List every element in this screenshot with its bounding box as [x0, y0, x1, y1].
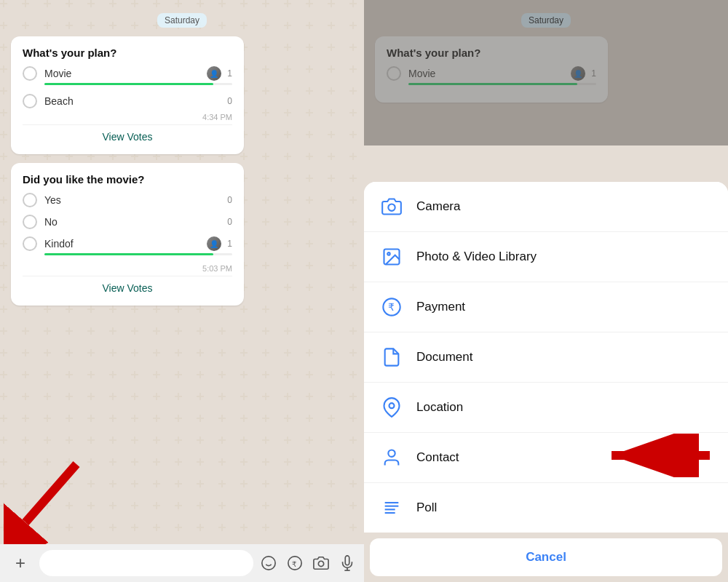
contact-label: Contact [416, 450, 459, 465]
poll2-radio-3[interactable] [23, 236, 37, 251]
poll-card-2: Did you like the movie? Yes 0 No 0 Kindo… [11, 163, 244, 306]
poll2-bar-3 [44, 253, 213, 255]
emoji-icon[interactable] [259, 554, 278, 573]
poll2-radio-1[interactable] [23, 193, 37, 207]
svg-point-0 [262, 557, 275, 570]
document-menu-icon [379, 344, 405, 370]
cancel-button[interactable]: Cancel [370, 538, 722, 576]
poll2-title: Did you like the movie? [23, 173, 232, 186]
poll2-option-3[interactable]: Kindof 👤 1 [23, 236, 232, 251]
svg-point-16 [388, 450, 395, 457]
poll2-avatar-3: 👤 [207, 236, 221, 251]
poll2-view-votes[interactable]: View Votes [23, 276, 232, 295]
share-menu-overlay: Camera Photo & Video Library [364, 0, 728, 582]
poll-card-1: What's your plan? Movie 👤 1 Beach 0 4:34… [11, 36, 244, 154]
poll2-count-1: 0 [227, 195, 232, 205]
poll1-count-1: 1 [227, 68, 232, 79]
poll2-count-2: 0 [227, 217, 232, 227]
right-panel-wrapper: Saturday What's your plan? Movie 👤 1 [364, 0, 728, 582]
share-menu-item-payment[interactable]: ₹ Payment [364, 282, 728, 332]
poll1-time: 4:34 PM [23, 113, 232, 121]
share-menu-item-location[interactable]: Location [364, 383, 728, 433]
payment-label: Payment [416, 300, 465, 314]
poll2-bar-container-3 [44, 253, 232, 255]
poll1-bar-container-1 [44, 83, 232, 85]
share-menu: Camera Photo & Video Library [364, 182, 728, 533]
photo-menu-icon [379, 244, 405, 270]
share-menu-item-camera[interactable]: Camera [364, 182, 728, 232]
poll1-radio-1[interactable] [23, 66, 37, 81]
poll2-count-3: 1 [227, 239, 232, 249]
poll1-option-2[interactable]: Beach 0 [23, 94, 232, 108]
poll-label: Poll [416, 501, 437, 515]
rupee-icon[interactable]: ₹ [285, 554, 304, 573]
poll2-option-text-1: Yes [44, 194, 221, 206]
photo-label: Photo & Video Library [416, 250, 537, 264]
payment-menu-icon: ₹ [379, 294, 405, 320]
mic-icon[interactable] [338, 554, 357, 573]
left-panel: Saturday What's your plan? Movie 👤 1 Bea… [0, 0, 364, 582]
input-icons: ₹ [259, 554, 357, 573]
poll1-option-text-1: Movie [44, 68, 202, 79]
left-date-text: Saturday [157, 13, 207, 28]
svg-text:₹: ₹ [388, 302, 395, 313]
left-date-badge: Saturday [11, 13, 353, 28]
svg-point-10 [388, 204, 395, 211]
poll1-title: What's your plan? [23, 47, 232, 59]
plus-button[interactable]: + [7, 550, 33, 576]
poll2-option-1[interactable]: Yes 0 [23, 193, 232, 207]
location-label: Location [416, 400, 463, 415]
poll1-radio-2[interactable] [23, 94, 37, 108]
input-bar: + ₹ [0, 544, 364, 582]
poll2-option-2[interactable]: No 0 [23, 215, 232, 229]
left-chat-content: Saturday What's your plan? Movie 👤 1 Bea… [0, 0, 364, 544]
svg-point-5 [318, 561, 323, 566]
share-menu-item-document[interactable]: Document [364, 332, 728, 383]
poll1-option-1[interactable]: Movie 👤 1 [23, 66, 232, 81]
camera-label: Camera [416, 199, 460, 214]
contact-menu-icon [379, 445, 405, 471]
poll2-time: 5:03 PM [23, 264, 232, 273]
location-menu-icon [379, 394, 405, 420]
poll1-bar-1 [44, 83, 213, 85]
document-label: Document [416, 350, 472, 364]
share-menu-item-photo[interactable]: Photo & Video Library [364, 232, 728, 282]
svg-point-15 [389, 403, 395, 408]
share-menu-item-contact[interactable]: Contact [364, 433, 728, 483]
poll1-view-votes[interactable]: View Votes [23, 124, 232, 144]
share-menu-item-poll[interactable]: Poll [364, 483, 728, 533]
right-panel: Saturday What's your plan? Movie 👤 1 [364, 0, 728, 582]
camera-menu-icon [379, 194, 405, 220]
poll2-radio-2[interactable] [23, 215, 37, 229]
poll2-option-text-2: No [44, 216, 221, 228]
svg-text:₹: ₹ [292, 560, 296, 568]
svg-point-12 [387, 252, 390, 255]
poll1-option-text-2: Beach [44, 95, 221, 107]
poll1-count-2: 0 [227, 96, 232, 106]
poll1-avatar-1: 👤 [207, 66, 221, 81]
poll2-option-text-3: Kindof [44, 238, 202, 250]
poll-menu-icon [379, 495, 405, 521]
message-input[interactable] [39, 550, 253, 576]
camera-icon[interactable] [312, 554, 331, 573]
